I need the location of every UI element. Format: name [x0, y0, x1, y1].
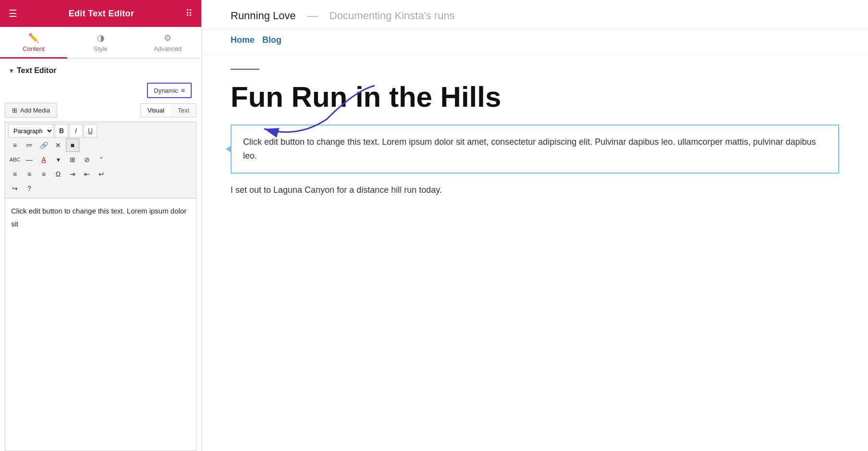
toolbar-row-4: ≡ ≡ ≡ Ω ⇥ ⇤ ↩	[8, 167, 193, 181]
nav-blog[interactable]: Blog	[262, 35, 281, 45]
code-button[interactable]: ■	[66, 138, 79, 152]
content-tab-icon: ✏️	[28, 33, 39, 43]
collapse-icon[interactable]: ▾	[10, 67, 13, 75]
insert-button[interactable]: ⊞	[66, 153, 79, 166]
editor-area: ⊞ Add Media Visual Text Paragraph B I U …	[0, 103, 201, 451]
text-color-dropdown[interactable]: ▾	[51, 153, 65, 166]
undo-button[interactable]: ↩	[95, 167, 108, 181]
editor-content-area[interactable]: Click edit button to change this text. L…	[5, 198, 196, 451]
indent-button[interactable]: ⇥	[66, 167, 79, 181]
left-panel: ☰ Edit Text Editor ⠿ ✏️ Content ◑ Style …	[0, 0, 202, 451]
tab-advanced[interactable]: ⚙ Advanced	[134, 27, 201, 59]
add-media-button[interactable]: ⊞ Add Media	[5, 103, 57, 118]
site-nav: Home Blog	[202, 30, 868, 54]
align-center-button[interactable]: ≡	[23, 167, 36, 181]
advanced-tab-label: Advanced	[154, 45, 182, 52]
tab-content[interactable]: ✏️ Content	[0, 27, 67, 59]
redo-button[interactable]: ↪	[8, 182, 22, 195]
add-media-label: Add Media	[20, 107, 50, 114]
help-button[interactable]: ?	[23, 182, 36, 195]
site-title: Running Love	[231, 10, 296, 22]
text-color-button[interactable]: A	[37, 153, 50, 166]
selected-text-box[interactable]: Click edit button to change this text. L…	[231, 125, 839, 174]
post-title: Fun Run in the Hills	[231, 81, 839, 113]
section-title: ▾ Text Editor	[0, 59, 201, 83]
clear-format-button[interactable]: ⊘	[80, 153, 94, 166]
underline-button[interactable]: U	[84, 124, 97, 138]
visual-text-tabs: Visual Text	[140, 103, 196, 117]
dynamic-area: Dynamic ≡	[0, 83, 201, 103]
dynamic-label: Dynamic	[154, 87, 178, 94]
ordered-list-button[interactable]: ≔	[23, 138, 36, 152]
italic-button[interactable]: I	[69, 124, 83, 138]
align-right-button[interactable]: ≡	[37, 167, 50, 181]
style-tab-icon: ◑	[97, 33, 105, 43]
post-excerpt: I set out to Laguna Canyon for a distanc…	[231, 183, 839, 197]
dynamic-icon: ≡	[181, 87, 185, 94]
toolbar-row-2: ≡ ≔ 🔗 ✕ ■	[8, 138, 193, 152]
site-separator: —	[307, 10, 318, 22]
align-left-button[interactable]: ≡	[8, 167, 22, 181]
style-tab-label: Style	[94, 45, 108, 52]
nav-home[interactable]: Home	[231, 35, 255, 45]
toolbar-row-3: ABC — A ▾ ⊞ ⊘ "	[8, 153, 193, 166]
right-panel: Running Love — Documenting Kinsta's runs…	[202, 0, 868, 451]
strikethrough-button[interactable]: ABC	[8, 153, 22, 166]
section-label: Text Editor	[17, 66, 56, 75]
toolbar-row-1: Paragraph B I U	[8, 124, 193, 138]
editor-content-text: Click edit button to change this text. L…	[11, 204, 190, 230]
visual-tab[interactable]: Visual	[141, 104, 171, 117]
grid-icon[interactable]: ⠿	[185, 8, 193, 19]
site-content: Fun Run in the Hills Click edit button t…	[202, 54, 868, 211]
blockquote-button[interactable]: "	[95, 153, 108, 166]
content-tab-label: Content	[23, 45, 45, 52]
panel-tabs: ✏️ Content ◑ Style ⚙ Advanced	[0, 27, 201, 59]
unordered-list-button[interactable]: ≡	[8, 138, 22, 152]
add-media-icon: ⊞	[12, 107, 17, 114]
horizontal-rule-button[interactable]: —	[23, 153, 36, 166]
outdent-button[interactable]: ⇤	[80, 167, 94, 181]
editor-toolbar: Paragraph B I U ≡ ≔ 🔗 ✕ ■ ABC — A ▾ ⊞	[5, 122, 196, 198]
remove-format-button[interactable]: ✕	[51, 138, 65, 152]
link-button[interactable]: 🔗	[37, 138, 50, 152]
selected-text: Click edit button to change this text. L…	[243, 135, 827, 163]
site-tagline: Documenting Kinsta's runs	[330, 10, 455, 22]
bold-button[interactable]: B	[55, 124, 68, 138]
paragraph-select[interactable]: Paragraph	[8, 124, 54, 138]
hamburger-icon[interactable]: ☰	[9, 8, 17, 19]
editor-top-row: ⊞ Add Media Visual Text	[5, 103, 196, 118]
advanced-tab-icon: ⚙	[164, 33, 171, 43]
site-header: Running Love — Documenting Kinsta's runs	[202, 0, 868, 30]
divider-line	[231, 69, 259, 70]
dynamic-button[interactable]: Dynamic ≡	[147, 83, 192, 98]
panel-title: Edit Text Editor	[69, 9, 134, 19]
toolbar-row-5: ↪ ?	[8, 182, 193, 195]
special-char-button[interactable]: Ω	[51, 167, 65, 181]
text-tab[interactable]: Text	[171, 104, 196, 117]
tab-style[interactable]: ◑ Style	[67, 27, 134, 59]
panel-header: ☰ Edit Text Editor ⠿	[0, 0, 201, 27]
